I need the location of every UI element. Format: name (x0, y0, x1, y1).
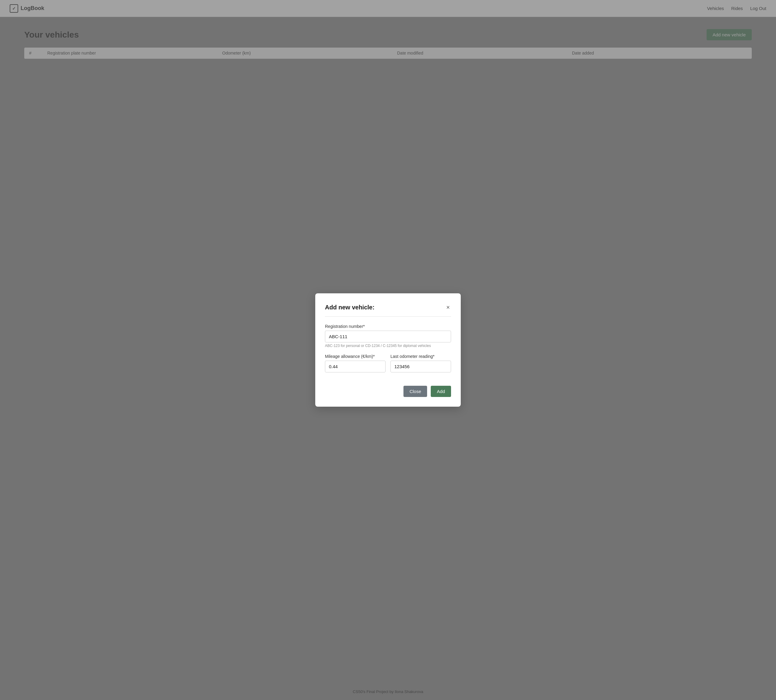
registration-hint: ABC-123 for personal or CD-1234 / C-1234… (325, 343, 451, 348)
registration-label: Registration number* (325, 324, 451, 329)
modal-title: Add new vehicle: (325, 304, 374, 311)
registration-input[interactable] (325, 331, 451, 342)
modal-footer: Close Add (325, 386, 451, 397)
mileage-form-group: Mileage allowance (€/km)* (325, 354, 385, 372)
form-row-mileage-odometer: Mileage allowance (€/km)* Last odometer … (325, 354, 451, 378)
registration-form-group: Registration number* ABC-123 for persona… (325, 324, 451, 348)
odometer-input[interactable] (391, 361, 451, 372)
add-button[interactable]: Add (431, 386, 451, 397)
modal-overlay: Add new vehicle: × Registration number* … (0, 0, 776, 700)
odometer-form-group: Last odometer reading* (391, 354, 451, 372)
close-button[interactable]: Close (404, 386, 427, 397)
add-vehicle-modal: Add new vehicle: × Registration number* … (315, 293, 461, 407)
odometer-label: Last odometer reading* (391, 354, 451, 359)
mileage-input[interactable] (325, 361, 385, 372)
modal-header: Add new vehicle: × (325, 303, 451, 317)
modal-close-button[interactable]: × (445, 303, 451, 312)
mileage-label: Mileage allowance (€/km)* (325, 354, 385, 359)
